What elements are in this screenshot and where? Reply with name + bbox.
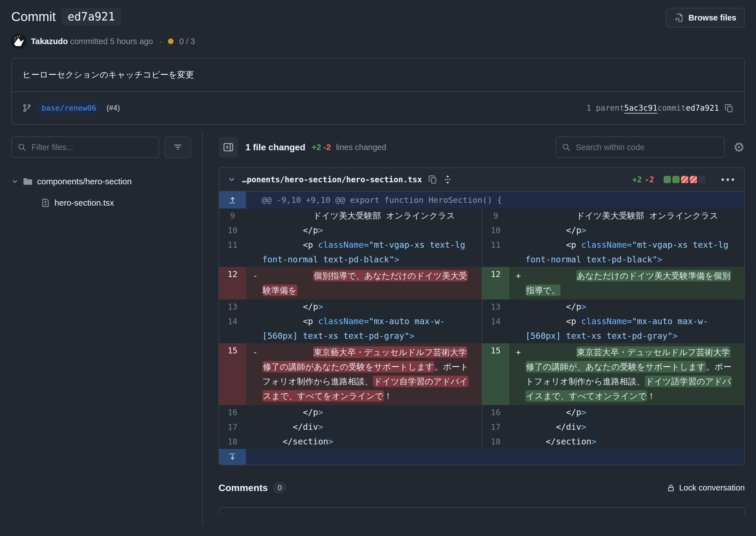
- code-cell: <p className="mt-vgap-xs text-lg font-no…: [509, 238, 744, 267]
- code-text: あなただけのドイツ美大受験準備を個別 指導で。: [525, 269, 744, 298]
- diff-main: 1 file changed +2 -2 lines changed ⚙: [203, 132, 756, 525]
- code-cell: </p>: [246, 405, 482, 420]
- line-number[interactable]: 14: [482, 314, 509, 343]
- code-text: </p>: [525, 223, 744, 238]
- pr-reference[interactable]: (#4): [107, 104, 120, 112]
- line-number[interactable]: 10: [219, 223, 246, 238]
- comment-form[interactable]: [218, 507, 745, 515]
- code-token: [262, 407, 303, 417]
- line-number[interactable]: 11: [482, 238, 509, 267]
- checks-count[interactable]: 0 / 3: [179, 37, 195, 46]
- diff-marker: [509, 223, 525, 238]
- line-number[interactable]: 10: [482, 223, 509, 238]
- expand-up-button[interactable]: [219, 191, 246, 209]
- avatar[interactable]: [11, 34, 26, 49]
- lock-icon: [667, 484, 675, 492]
- line-number[interactable]: 15: [219, 343, 246, 405]
- code-text: 個別指導で、あなただけのドイツ美大受 験準備を: [262, 269, 482, 298]
- full-sha: ed7a921: [686, 103, 719, 113]
- checks-pending-icon[interactable]: [168, 39, 173, 44]
- diff-row: 15- 東京藝大卒・デュッセルドルフ芸術大学 修了の講師があなたの受験をサポート…: [219, 343, 744, 405]
- code-token: >: [581, 422, 586, 432]
- line-number[interactable]: 9: [219, 209, 246, 223]
- line-number[interactable]: 12: [482, 267, 509, 299]
- code-token: [525, 422, 556, 432]
- code-token: =: [627, 316, 632, 326]
- code-text: 東京芸大卒・デュッセルドルフ芸術大学 修了の講師が、あなたの受験をサポートします…: [525, 345, 744, 403]
- diff-row: 17 </div>17 </div>: [219, 420, 744, 434]
- line-number[interactable]: 16: [482, 405, 509, 420]
- code-token: ！: [384, 391, 392, 401]
- line-number[interactable]: 11: [219, 238, 246, 267]
- diff-stat-block-neutral: [698, 176, 706, 183]
- browse-files-button[interactable]: Browse files: [666, 8, 745, 27]
- diff-marker: [246, 223, 262, 238]
- code-token: [525, 302, 566, 312]
- hunk-header-text: @@ -9,10 +9,10 @@ export function HeroSe…: [246, 191, 502, 209]
- diff-line-left: 12- 個別指導で、あなただけのドイツ美大受 験準備を: [219, 267, 482, 299]
- line-number[interactable]: 15: [482, 343, 509, 405]
- diff-line-left: 16 </p>: [219, 405, 482, 420]
- file-deletions: -2: [645, 175, 654, 184]
- code-token: >: [318, 225, 323, 235]
- code-token: <p: [566, 240, 576, 250]
- expand-down-button[interactable]: [219, 449, 246, 465]
- lock-conversation-button[interactable]: Lock conversation: [667, 483, 745, 492]
- line-number[interactable]: 13: [482, 299, 509, 314]
- diff-line-right: 12+ あなただけのドイツ美大受験準備を個別 指導で。: [482, 267, 744, 299]
- line-number[interactable]: 16: [219, 405, 246, 420]
- code-cell: <p className="mx-auto max-w- [560px] tex…: [246, 314, 482, 343]
- code-text: 東京藝大卒・デュッセルドルフ芸術大学 修了の講師があなたの受験をサポートします。…: [262, 345, 482, 403]
- line-number[interactable]: 9: [482, 209, 509, 223]
- diff-stat-block-added: [672, 176, 679, 183]
- code-token: [262, 302, 303, 312]
- line-number[interactable]: 17: [219, 420, 246, 434]
- code-token: =: [364, 316, 369, 326]
- tree-item-folder[interactable]: components/hero-section: [11, 171, 191, 192]
- code-token: >: [591, 437, 596, 446]
- diff-row: 14 <p className="mx-auto max-w- [560px] …: [219, 314, 744, 343]
- copy-sha-button[interactable]: [725, 104, 734, 113]
- parent-sha-link[interactable]: 5ac3c91: [624, 103, 657, 113]
- line-number[interactable]: 13: [219, 299, 246, 314]
- collapse-sidebar-button[interactable]: [218, 137, 238, 157]
- diff-settings-gear-icon[interactable]: ⚙: [733, 141, 745, 154]
- code-cell: </div>: [246, 420, 482, 434]
- diff-marker: [246, 238, 262, 267]
- diff-marker: -: [246, 269, 262, 298]
- copy-path-button[interactable]: [428, 175, 437, 184]
- diff-line-left: 15- 東京藝大卒・デュッセルドルフ芸術大学 修了の講師があなたの受験をサポート…: [219, 343, 482, 405]
- code-token: >: [581, 302, 586, 312]
- tree-item-file[interactable]: hero-section.tsx: [11, 192, 191, 214]
- line-number[interactable]: 14: [219, 314, 246, 343]
- code-token: </p: [566, 302, 581, 312]
- line-number[interactable]: 18: [482, 434, 509, 449]
- code-token: className: [313, 240, 364, 250]
- code-cell: </section>: [509, 434, 744, 449]
- drag-handle-icon[interactable]: [443, 175, 452, 184]
- code-token: [262, 347, 313, 357]
- code-token: ドイツ美大受験部 オンラインクラス: [262, 211, 455, 220]
- code-token: <p: [303, 240, 313, 250]
- expand-bottom-row: [219, 449, 744, 465]
- search-within-code-input[interactable]: [555, 137, 725, 158]
- diff-line-left: 11 <p className="mt-vgap-xs text-lg font…: [219, 238, 482, 267]
- line-number[interactable]: 12: [219, 267, 246, 299]
- line-number[interactable]: 17: [482, 420, 509, 434]
- diff-marker: +: [509, 269, 525, 298]
- code-token: ！: [647, 391, 655, 401]
- code-token: =: [364, 240, 369, 250]
- comments-title: Comments: [218, 482, 268, 493]
- collapse-file-chevron[interactable]: [228, 175, 236, 184]
- file-tree-sidebar: components/hero-section hero-section.tsx: [0, 132, 203, 525]
- tree-file-label: hero-section.tsx: [54, 198, 114, 208]
- commit-message: ヒーローセクションのキャッチコピーを変更: [12, 58, 744, 91]
- filter-files-input[interactable]: [11, 137, 159, 158]
- commit-author[interactable]: Takazudo: [31, 37, 68, 46]
- branch-link[interactable]: base/renew06: [37, 101, 101, 115]
- code-token: <p: [566, 316, 576, 326]
- file-filter-button[interactable]: [165, 137, 191, 158]
- code-token: =: [627, 240, 632, 250]
- line-number[interactable]: 18: [219, 434, 246, 449]
- file-options-kebab-icon[interactable]: [720, 177, 736, 183]
